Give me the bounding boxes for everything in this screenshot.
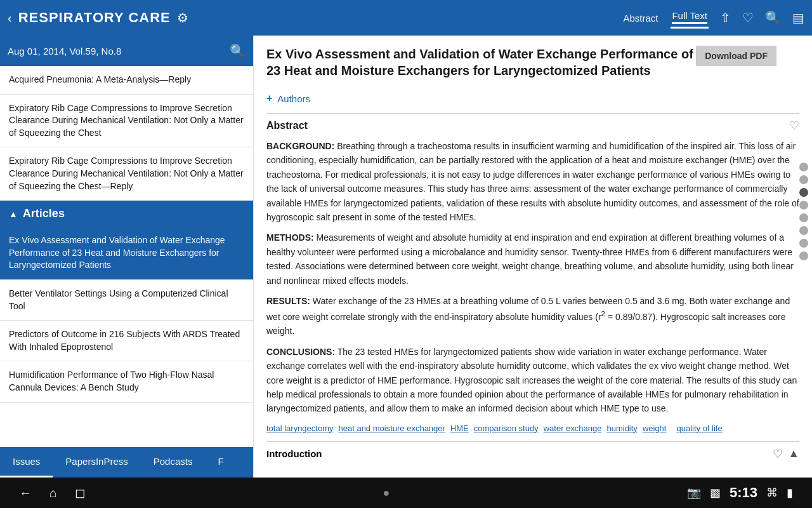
settings-icon[interactable]: ⚙ [177,10,188,25]
conclusions-paragraph: CONCLUSIONS: The 23 tested HMEs for lary… [266,345,799,416]
tag-hme[interactable]: HME [450,424,469,435]
home-sys-icon[interactable]: ⌂ [49,486,57,500]
intro-icons: ♡ ▲ [773,447,799,461]
articles-section-header[interactable]: ▲ Articles [0,201,253,227]
tag-quality-of-life[interactable]: quality of life [676,424,722,435]
recents-sys-icon[interactable]: ◻ [75,485,86,500]
intro-expand-icon[interactable]: ▲ [788,447,799,461]
battery-sys-icon: ▮ [787,486,793,500]
system-bar-right: 📷 ▩ 5:13 ⌘ ▮ [687,485,793,501]
scroll-dot-5 [799,213,808,222]
download-pdf-button[interactable]: Download PDF [696,46,776,66]
article-title: Ex Vivo Assessment and Validation of Wat… [266,46,710,79]
top-bar: ‹ RESPIRATORY CARE ⚙ Abstract Full Text … [0,0,812,36]
list-item[interactable]: Humidification Performance of Two High-F… [0,361,253,402]
methods-text: Measurements of weight and absolute humi… [266,232,794,285]
conclusions-label: CONCLUSIONS: [266,347,335,357]
abstract-tab[interactable]: Abstract [622,10,659,26]
background-paragraph: BACKGROUND: Breathing through a tracheos… [266,139,799,224]
tag-water-exchange[interactable]: water exchange [544,424,602,435]
scroll-dot-1 [799,163,808,171]
scroll-dot-2 [799,175,808,184]
extra-tab[interactable]: F [205,447,236,478]
abstract-header: Abstract ♡ [266,119,799,133]
articles-section-label: Articles [23,207,65,220]
podcasts-tab[interactable]: Podcasts [141,447,206,478]
intro-title: Introduction [266,448,322,459]
system-bar-center: ● [383,486,390,500]
back-button[interactable]: ‹ [8,11,12,25]
scroll-dots [799,163,808,260]
abstract-heart-icon[interactable]: ♡ [789,119,799,133]
top-bar-left: ‹ RESPIRATORY CARE ⚙ [8,10,622,26]
heart-icon[interactable]: ♡ [742,10,754,25]
sim-sys-icon: ▩ [710,486,721,500]
abstract-body: BACKGROUND: Breathing through a tracheos… [266,139,799,416]
results-text: Water exchange of the 23 HMEs at a breat… [266,296,790,336]
results-paragraph: RESULTS: Water exchange of the 23 HMEs a… [266,294,799,338]
system-bar-left: ← ⌂ ◻ [19,485,86,500]
tag-comparison[interactable]: comparison study [474,424,539,435]
results-label: RESULTS: [266,296,310,306]
sidebar-header: Aug 01, 2014, Vol.59, No.8 🔍 [0,36,253,66]
background-text: Breathing through a tracheostoma results… [266,141,799,222]
search-icon[interactable]: 🔍 [765,10,781,25]
methods-label: METHODS: [266,232,314,243]
list-item[interactable]: Expiratory Rib Cage Compressions to Impr… [0,147,253,201]
sidebar-articles-list[interactable]: Acquired Pneumonia: A Meta-Analysis—Repl… [0,66,253,447]
list-item[interactable]: Acquired Pneumonia: A Meta-Analysis—Repl… [0,66,253,95]
list-item[interactable]: Expiratory Rib Cage Compressions to Impr… [0,95,253,148]
scroll-dot-4 [799,201,808,210]
issues-tab[interactable]: Issues [0,447,53,478]
conclusions-text: The 23 tested HMEs for laryngectomized p… [266,347,797,414]
system-time: 5:13 [730,485,757,501]
sidebar-date: Aug 01, 2014, Vol.59, No.8 [8,46,121,57]
share-icon[interactable]: ⇧ [720,10,731,25]
list-item[interactable]: Better Ventilator Settings Using a Compu… [0,280,253,321]
methods-paragraph: METHODS: Measurements of weight and abso… [266,231,799,288]
list-item[interactable]: Ex Vivo Assessment and Validation of Wat… [0,227,253,280]
tag-weight[interactable]: weight [643,424,667,435]
top-bar-right: Abstract Full Text ⇧ ♡ 🔍 ▤ [622,8,804,29]
system-bar: ← ⌂ ◻ ● 📷 ▩ 5:13 ⌘ ▮ [0,478,812,508]
content-area[interactable]: Ex Vivo Assessment and Validation of Wat… [254,36,812,478]
tag-heat-moisture[interactable]: heat and moisture exchanger [339,424,445,435]
intro-section: Introduction ♡ ▲ [266,441,799,466]
authors-plus-icon: + [266,93,272,104]
sidebar: Aug 01, 2014, Vol.59, No.8 🔍 Acquired Pn… [0,36,254,478]
app-title: RESPIRATORY CARE [18,10,171,26]
bottom-tabs: Issues PapersInPress Podcasts F [0,447,253,478]
tags-row: total laryngectomy heat and moisture exc… [266,424,799,435]
abstract-heading: Abstract [266,120,308,131]
chart-icon[interactable]: ▤ [792,10,804,25]
collapse-icon: ▲ [9,209,18,219]
wifi-sys-icon: ⌘ [766,486,778,500]
abstract-section: Abstract ♡ BACKGROUND: Breathing through… [266,113,799,416]
scroll-dot-7 [799,239,808,248]
authors-label: Authors [277,93,310,104]
fulltext-tab[interactable]: Full Text [671,8,709,29]
authors-row[interactable]: + Authors [266,93,799,104]
list-item[interactable]: Predictors of Outcome in 216 Subjects Wi… [0,321,253,361]
main-layout: Aug 01, 2014, Vol.59, No.8 🔍 Acquired Pn… [0,36,812,478]
sidebar-search-icon[interactable]: 🔍 [230,43,246,58]
scroll-dot-6 [799,226,808,235]
intro-heart-icon[interactable]: ♡ [773,447,783,461]
back-sys-icon[interactable]: ← [19,486,32,500]
scroll-dot-3 [799,188,808,197]
scroll-dot-8 [799,251,808,260]
background-label: BACKGROUND: [266,141,334,151]
image-sys-icon: 📷 [687,486,701,500]
tag-humidity[interactable]: humidity [606,424,637,435]
papersinpress-tab[interactable]: PapersInPress [53,447,140,478]
tag-total-laryngectomy[interactable]: total laryngectomy [266,424,334,435]
